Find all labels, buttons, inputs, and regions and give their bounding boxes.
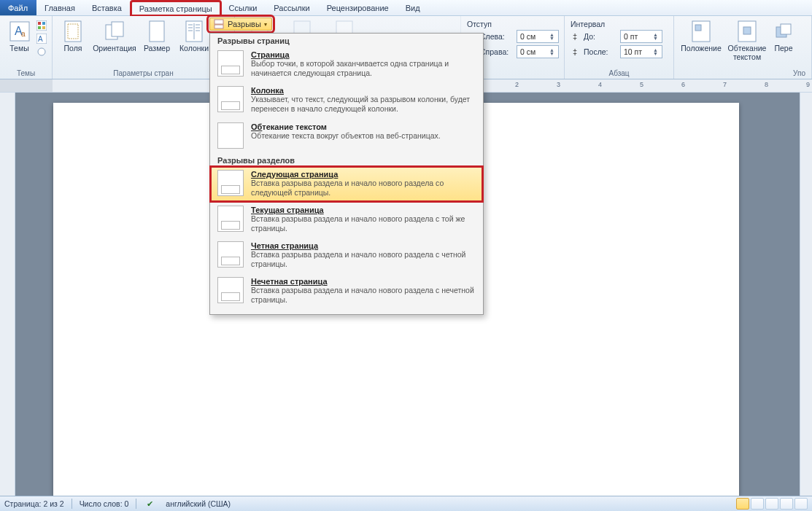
- ribbon: Aa Темы A Темы Поля Ориентация: [0, 16, 812, 79]
- svg-rect-14: [112, 22, 123, 36]
- status-bar: Страница: 2 из 2 Число слов: 0 ✔ английс…: [0, 496, 812, 511]
- themes-label: Темы: [9, 44, 28, 53]
- bring-forward-label: Пере: [774, 44, 792, 53]
- bring-forward-icon: [772, 20, 795, 43]
- svg-rect-30: [743, 27, 751, 34]
- indent-left-input[interactable]: 0 см▲▼: [517, 30, 559, 43]
- break-column-icon: [217, 86, 244, 112]
- spacing-before-label: До:: [584, 32, 617, 41]
- break-text-wrapping[interactable]: Обтекание текстомОбтекание текста вокруг…: [210, 119, 483, 153]
- view-full-screen[interactable]: [751, 498, 764, 510]
- ruler-tick: 2: [515, 81, 519, 88]
- section-break-next-page-icon: [217, 170, 244, 196]
- section-break-next-page-desc: Вставка разрыва раздела и начало нового …: [251, 179, 476, 198]
- indent-right-label: Справа:: [480, 47, 514, 56]
- wrap-text-button[interactable]: Обтекание текстом: [725, 18, 769, 63]
- tab-page-layout[interactable]: Разметка страницы: [131, 1, 221, 16]
- columns-button[interactable]: Колонки: [175, 18, 213, 55]
- break-column[interactable]: КолонкаУказывает, что текст, следующий з…: [210, 82, 483, 118]
- section-break-next-page[interactable]: Следующая страницаВставка разрыва раздел…: [210, 166, 483, 202]
- group-spacing: Интервал ‡ До: 0 пт▲▼ ‡ После: 10 пт▲▼ А…: [565, 16, 674, 79]
- section-break-continuous-desc: Вставка разрыва раздела и начало нового …: [251, 214, 476, 233]
- wrap-text-label: Обтекание текстом: [728, 44, 767, 61]
- indent-right-input[interactable]: 0 см▲▼: [517, 45, 559, 58]
- ruler-tick: 7: [723, 81, 727, 88]
- section-break-odd-page-icon: [217, 277, 244, 303]
- svg-rect-32: [781, 24, 791, 34]
- size-button[interactable]: Размер: [140, 18, 174, 55]
- spacing-before-input[interactable]: 0 пт▲▼: [620, 30, 662, 43]
- spacing-after-input[interactable]: 10 пт▲▼: [620, 45, 662, 58]
- ruler-tick: 6: [681, 81, 685, 88]
- tab-insert[interactable]: Вставка: [84, 0, 131, 15]
- tab-references[interactable]: Ссылки: [221, 0, 266, 15]
- svg-rect-33: [214, 20, 223, 24]
- svg-rect-27: [692, 21, 710, 42]
- group-page-setup-label: Параметры стран: [57, 69, 230, 79]
- size-icon: [145, 20, 169, 43]
- break-page[interactable]: СтраницаВыбор точки, в которой заканчива…: [210, 47, 483, 82]
- section-break-even-page[interactable]: Четная страницаВставка разрыва раздела и…: [210, 238, 483, 273]
- status-page[interactable]: Страница: 2 из 2: [4, 499, 64, 508]
- margins-button[interactable]: Поля: [57, 18, 89, 55]
- vertical-scrollbar[interactable]: [800, 93, 812, 496]
- svg-rect-15: [150, 21, 164, 42]
- tab-home[interactable]: Главная: [36, 0, 84, 15]
- svg-rect-5: [42, 22, 45, 25]
- breaks-button[interactable]: Разрывы ▾: [209, 17, 272, 31]
- position-button[interactable]: Положение: [678, 18, 724, 55]
- section-break-even-page-icon: [217, 241, 244, 268]
- size-label: Размер: [144, 44, 170, 53]
- theme-fonts-icon[interactable]: A: [36, 33, 47, 44]
- status-word-count[interactable]: Число слов: 0: [80, 499, 129, 508]
- break-text-wrapping-icon: [217, 122, 244, 149]
- wrap-text-icon: [735, 20, 759, 43]
- view-draft[interactable]: [794, 498, 808, 510]
- bring-forward-button[interactable]: Пере: [770, 18, 797, 55]
- ruler-tick: 3: [557, 81, 560, 88]
- section-break-odd-page-desc: Вставка разрыва раздела и начало нового …: [251, 286, 476, 305]
- theme-colors-icon[interactable]: [36, 20, 47, 31]
- section-break-continuous[interactable]: Текущая страницаВставка разрыва раздела …: [210, 202, 483, 238]
- indent-left-label: Слева:: [480, 32, 514, 41]
- svg-rect-28: [695, 25, 701, 31]
- view-outline[interactable]: [780, 498, 793, 510]
- orientation-button[interactable]: Ориентация: [90, 18, 139, 55]
- ruler-tick: 4: [598, 81, 602, 88]
- ruler-tick: 5: [640, 81, 643, 88]
- group-paragraph-label: Абзац: [569, 69, 669, 79]
- tab-view[interactable]: Вид: [398, 0, 429, 15]
- section-page-breaks: Разрывы страниц: [210, 34, 483, 47]
- orientation-icon: [103, 20, 126, 43]
- svg-point-10: [38, 48, 45, 55]
- ribbon-tabs: Файл Главная Вставка Разметка страницы С…: [0, 0, 812, 16]
- group-arrange: Положение Обтекание текстом Пере Упо: [674, 16, 812, 79]
- dropdown-arrow-icon: ▾: [264, 21, 267, 28]
- indent-header: Отступ: [467, 20, 492, 28]
- spacing-before-icon: ‡: [569, 31, 581, 42]
- group-themes: Aa Темы A Темы: [0, 16, 53, 79]
- spellcheck-icon[interactable]: ✔: [144, 498, 155, 510]
- columns-icon: [182, 20, 206, 43]
- section-break-odd-page[interactable]: Нечетная страницаВставка разрыва раздела…: [210, 273, 483, 309]
- spacing-header: Интервал: [571, 20, 605, 28]
- position-icon: [689, 20, 713, 43]
- ruler-tick: 8: [765, 81, 768, 88]
- tab-review[interactable]: Рецензирование: [319, 0, 398, 15]
- position-label: Положение: [681, 44, 722, 53]
- breaks-icon: [213, 18, 225, 30]
- breaks-label: Разрывы: [228, 20, 261, 28]
- svg-rect-6: [38, 26, 41, 29]
- themes-button[interactable]: Aa Темы: [4, 18, 34, 55]
- vertical-ruler[interactable]: [0, 93, 15, 496]
- tab-file[interactable]: Файл: [0, 0, 36, 15]
- svg-rect-34: [214, 25, 223, 28]
- spacing-after-label: После:: [584, 47, 617, 56]
- break-page-icon: [217, 50, 244, 77]
- tab-mailings[interactable]: Рассылки: [266, 0, 318, 15]
- status-language[interactable]: английский (США): [166, 499, 231, 508]
- view-web-layout[interactable]: [765, 498, 778, 510]
- theme-effects-icon[interactable]: [36, 46, 47, 58]
- break-text-wrapping-desc: Обтекание текста вокруг объектов на веб-…: [251, 131, 476, 141]
- view-print-layout[interactable]: [736, 498, 749, 510]
